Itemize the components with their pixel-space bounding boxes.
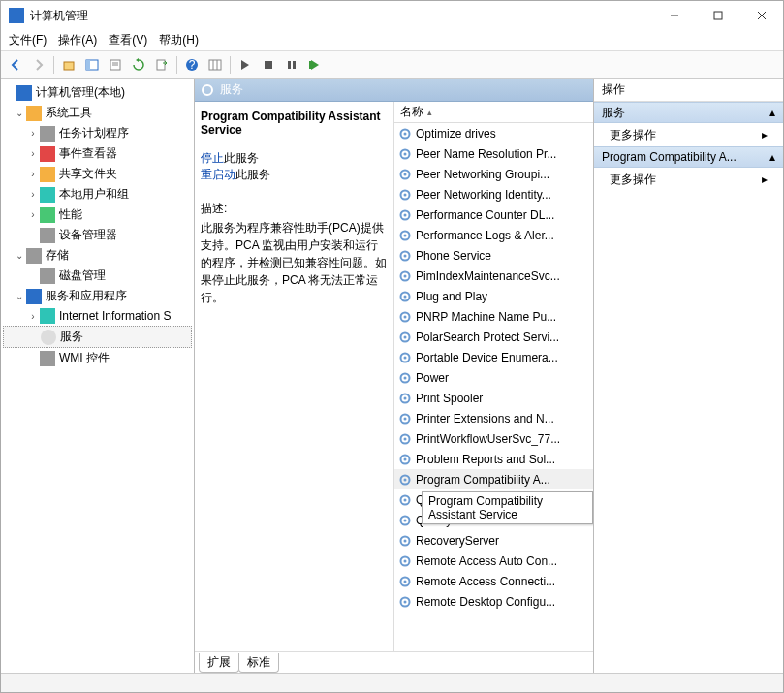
service-row[interactable]: Peer Networking Groupi... <box>394 164 593 184</box>
refresh-button[interactable] <box>128 54 149 76</box>
service-row[interactable]: Optimize drives <box>394 123 593 143</box>
service-row[interactable]: RecoveryServer <box>394 530 593 551</box>
service-name: PolarSearch Protect Servi... <box>416 331 559 344</box>
gear-icon <box>398 595 412 609</box>
expand-icon[interactable]: › <box>26 311 40 322</box>
service-row[interactable]: Power <box>394 367 593 388</box>
service-row[interactable]: Portable Device Enumera... <box>394 347 593 367</box>
svg-point-48 <box>404 396 407 399</box>
menu-help[interactable]: 帮助(H) <box>159 32 199 48</box>
tree-storage[interactable]: 存储 <box>46 247 69 264</box>
list-body[interactable]: Optimize drivesPeer Name Resolution Pr..… <box>394 123 593 651</box>
service-row[interactable]: Program Compatibility A... <box>394 469 593 489</box>
gear-icon <box>398 453 412 466</box>
up-button[interactable] <box>58 54 79 76</box>
tree-root[interactable]: 计算机管理(本地) <box>36 84 125 101</box>
service-row[interactable]: Plug and Play <box>394 286 593 306</box>
show-hide-tree-button[interactable] <box>81 54 103 76</box>
service-row[interactable]: Performance Counter DL... <box>394 205 593 225</box>
forward-button[interactable] <box>28 54 49 76</box>
more-actions-1[interactable]: 更多操作 ▸ <box>594 123 783 146</box>
service-name: Peer Networking Groupi... <box>416 168 549 181</box>
minimize-button[interactable] <box>652 1 696 30</box>
service-row[interactable]: Peer Name Resolution Pr... <box>394 143 593 164</box>
tab-standard[interactable]: 标准 <box>238 653 279 673</box>
gear-icon <box>398 493 412 507</box>
tree-services-apps[interactable]: 服务和应用程序 <box>46 288 127 304</box>
service-row[interactable]: PNRP Machine Name Pu... <box>394 306 593 327</box>
service-row[interactable]: Problem Reports and Sol... <box>394 449 593 469</box>
computer-icon <box>16 85 32 101</box>
back-button[interactable] <box>5 54 26 76</box>
menu-action[interactable]: 操作(A) <box>58 32 97 48</box>
tree-task-scheduler[interactable]: 任务计划程序 <box>59 125 129 142</box>
service-row[interactable]: Phone Service <box>394 245 593 266</box>
expand-icon[interactable]: › <box>26 148 40 159</box>
tree-performance[interactable]: 性能 <box>59 206 82 223</box>
tree-diskmgmt[interactable]: 磁盘管理 <box>59 268 106 284</box>
columns-button[interactable] <box>204 54 226 76</box>
tree-systools[interactable]: 系统工具 <box>46 105 92 121</box>
expand-icon[interactable]: › <box>26 128 40 139</box>
svg-rect-1 <box>714 12 722 19</box>
service-row[interactable]: PolarSearch Protect Servi... <box>394 327 593 347</box>
restart-link[interactable]: 重启动 <box>201 168 235 181</box>
properties-button[interactable] <box>105 54 126 76</box>
actions-section-selected[interactable]: Program Compatibility A... ▴ <box>594 146 783 168</box>
selected-service-title: Program Compatibility Assistant Service <box>201 110 388 137</box>
service-row[interactable]: Print Spooler <box>394 388 593 408</box>
pause-service-button[interactable] <box>281 54 302 76</box>
column-header-name[interactable]: 名称▴ <box>394 102 593 123</box>
services-pane: 服务 Program Compatibility Assistant Servi… <box>195 79 594 673</box>
menu-file[interactable]: 文件(F) <box>9 32 47 48</box>
service-name: PrintWorkflowUserSvc_77... <box>416 432 560 446</box>
tree-iis[interactable]: Internet Information S <box>59 309 171 323</box>
svg-point-68 <box>404 600 407 603</box>
gear-icon <box>398 371 412 385</box>
service-row[interactable]: Remote Access Auto Con... <box>394 551 593 571</box>
expand-icon[interactable]: › <box>26 189 40 200</box>
actions-section-services[interactable]: 服务 ▴ <box>594 102 783 123</box>
service-row[interactable]: Peer Networking Identity... <box>394 184 593 205</box>
maximize-button[interactable] <box>696 1 739 30</box>
tree-pane[interactable]: 计算机管理(本地) ⌄系统工具 ›任务计划程序 ›事件查看器 ›共享文件夹 ›本… <box>1 79 195 673</box>
menu-view[interactable]: 查看(V) <box>109 32 147 48</box>
tab-extended[interactable]: 扩展 <box>199 653 239 673</box>
tree-device-manager[interactable]: 设备管理器 <box>59 227 117 243</box>
tree-local-users[interactable]: 本地用户和组 <box>59 186 129 203</box>
svg-point-62 <box>404 539 407 542</box>
content: 计算机管理(本地) ⌄系统工具 ›任务计划程序 ›事件查看器 ›共享文件夹 ›本… <box>1 79 783 673</box>
gear-icon <box>398 534 412 548</box>
gear-icon <box>201 83 214 97</box>
tree-event-viewer[interactable]: 事件查看器 <box>59 145 117 162</box>
service-row[interactable]: PrintWorkflowUserSvc_77... <box>394 428 593 449</box>
service-name: Power <box>416 371 449 385</box>
tree-shared-folders[interactable]: 共享文件夹 <box>59 166 117 182</box>
restart-service-button[interactable] <box>304 54 326 76</box>
expand-icon[interactable]: ⌄ <box>13 291 26 301</box>
folder-icon <box>40 167 55 182</box>
service-row[interactable]: Remote Desktop Configu... <box>394 591 593 612</box>
service-row[interactable]: Remote Access Connecti... <box>394 571 593 591</box>
service-row[interactable]: Performance Logs & Aler... <box>394 225 593 245</box>
gear-icon <box>398 229 412 242</box>
service-row[interactable]: Printer Extensions and N... <box>394 408 593 428</box>
tree-services[interactable]: 服务 <box>60 329 83 345</box>
gear-icon <box>398 249 412 263</box>
gear-icon <box>398 310 412 324</box>
expand-icon[interactable]: › <box>26 209 40 220</box>
stop-service-button[interactable] <box>258 54 279 76</box>
users-icon <box>40 187 55 203</box>
expand-icon[interactable]: ⌄ <box>13 250 26 261</box>
start-service-button[interactable] <box>235 54 256 76</box>
service-detail: Program Compatibility Assistant Service … <box>195 102 393 651</box>
tree-wmi[interactable]: WMI 控件 <box>59 350 110 366</box>
stop-link[interactable]: 停止 <box>201 151 224 165</box>
expand-icon[interactable]: › <box>26 169 40 179</box>
more-actions-2[interactable]: 更多操作 ▸ <box>594 168 783 191</box>
close-button[interactable] <box>739 1 783 30</box>
help-button[interactable]: ? <box>181 54 203 76</box>
expand-icon[interactable]: ⌄ <box>13 108 26 118</box>
service-row[interactable]: PimIndexMaintenanceSvc... <box>394 266 593 286</box>
export-button[interactable] <box>151 54 172 76</box>
